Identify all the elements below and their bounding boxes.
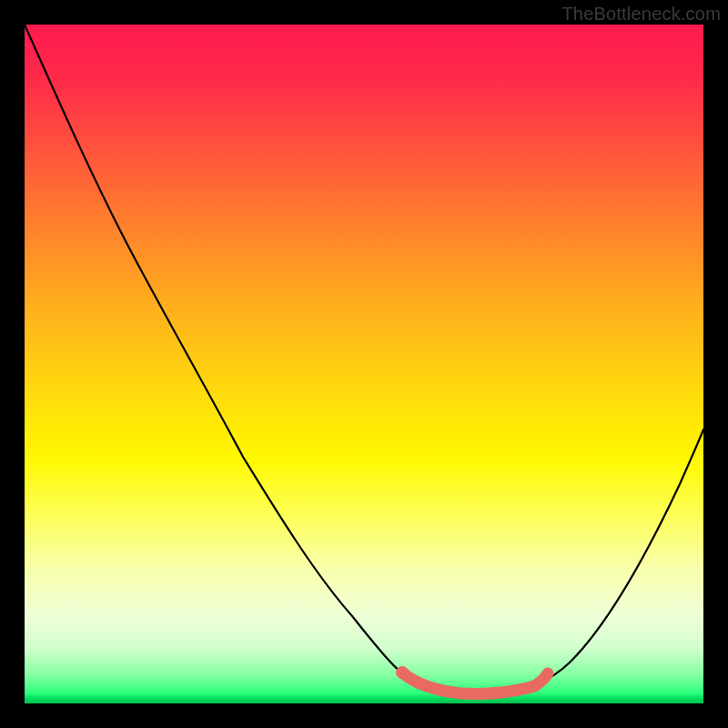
bottleneck-curve: [25, 25, 703, 694]
watermark: TheBottleneck.com: [561, 4, 721, 25]
plot-area: [25, 25, 703, 703]
optimal-dot: [396, 666, 409, 679]
chart-container: TheBottleneck.com: [0, 0, 728, 728]
curve-layer: [25, 25, 703, 703]
optimal-range-highlight: [402, 672, 548, 694]
